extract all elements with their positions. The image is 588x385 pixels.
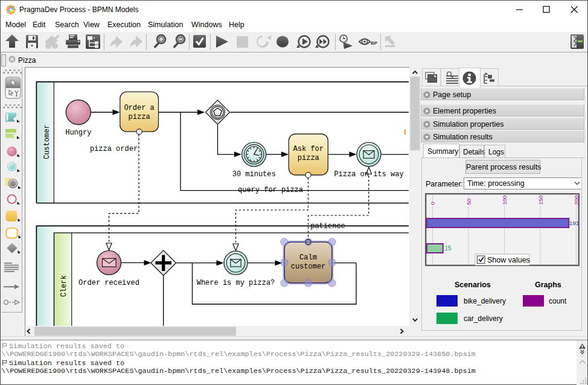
- svg-text:patience: patience: [310, 222, 345, 231]
- svg-text:BP: BP: [371, 40, 378, 46]
- svg-text:Customer: Customer: [43, 124, 51, 159]
- svg-text:customer: customer: [291, 262, 326, 271]
- svg-text:pizza: pizza: [129, 113, 150, 121]
- svg-text:pizza: pizza: [298, 154, 319, 162]
- svg-text:Order received: Order received: [78, 279, 139, 287]
- svg-text:Clerk: Clerk: [60, 275, 68, 297]
- svg-text:Hungry: Hungry: [65, 129, 91, 137]
- svg-text:Pizza on its way: Pizza on its way: [334, 170, 403, 179]
- svg-text:query for pizza: query for pizza: [238, 186, 303, 194]
- svg-text:Order a: Order a: [124, 104, 154, 112]
- svg-text:Calm: Calm: [299, 253, 317, 262]
- svg-text:Where is my pizza?: Where is my pizza?: [197, 279, 275, 287]
- svg-text:30 minutes: 30 minutes: [232, 170, 276, 179]
- svg-text:pizza order: pizza order: [90, 145, 138, 153]
- svg-text:Ask for: Ask for: [293, 145, 324, 153]
